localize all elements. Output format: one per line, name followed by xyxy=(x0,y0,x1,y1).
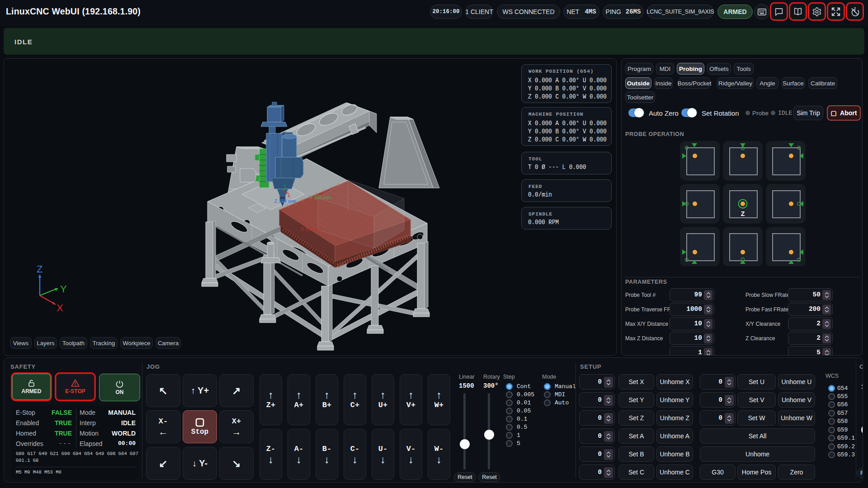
svg-text:Z: Z xyxy=(37,263,42,275)
svg-text:X: X xyxy=(288,194,290,198)
svg-text:Z 150 mm: Z 150 mm xyxy=(274,198,296,204)
svg-text:X: X xyxy=(57,302,63,312)
svg-text:X 195 mm: X 195 mm xyxy=(301,226,322,232)
svg-text:Y: Y xyxy=(283,184,286,188)
svg-text:Z: Z xyxy=(741,210,745,217)
svg-text:Y 305 mm: Y 305 mm xyxy=(310,195,331,200)
svg-text:Y: Y xyxy=(60,283,67,295)
